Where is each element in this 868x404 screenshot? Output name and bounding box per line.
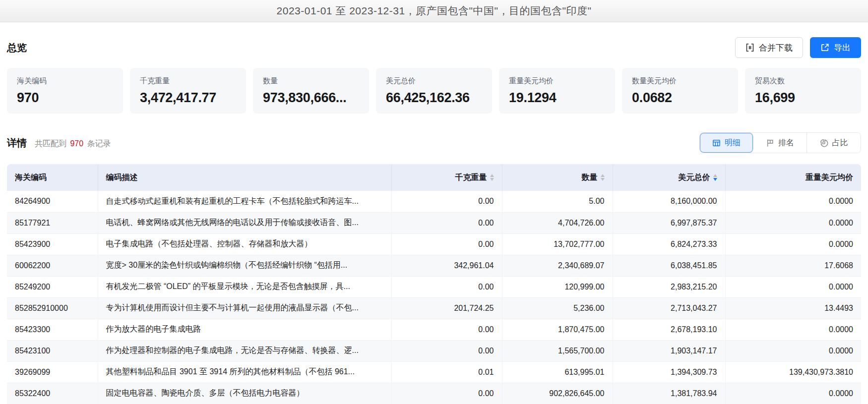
card-label: 海关编码	[17, 76, 113, 86]
sort-toggle-icon[interactable]	[601, 174, 605, 181]
cell-weight: 0.00	[391, 212, 502, 233]
table-row: 85423900电子集成电路（不包括处理器、控制器、存储器和放大器）0.0013…	[7, 233, 861, 255]
overview-card: 数量 973,830,666...	[253, 68, 369, 114]
cell-code: 852852910000	[7, 297, 98, 319]
cell-desc: 专为计算机使用而设计但主要不与计算机一起使用的液晶显示器（不包...	[98, 297, 391, 319]
cell-total: 6,824,273.33	[613, 233, 725, 255]
tab-排名[interactable]: 排名	[753, 133, 807, 153]
export-icon	[820, 43, 829, 52]
cell-code: 39269099	[7, 361, 98, 383]
cell-weight: 0.00	[391, 191, 502, 212]
sort-toggle-icon[interactable]	[713, 174, 717, 181]
cell-total: 1,394,309.73	[613, 361, 725, 383]
match-count: 970	[68, 139, 85, 148]
filter-summary-text: 2023-01-01 至 2023-12-31，原产国包含"中国"，目的国包含"…	[277, 4, 592, 18]
column-header-千克重量[interactable]: 千克重量	[391, 164, 502, 191]
view-tabs: 明细排名占比	[699, 132, 861, 153]
cell-unit_price: 0.0000	[725, 233, 861, 255]
cell-weight: 0.00	[391, 383, 502, 404]
cell-desc: 有机发光二极管 “OLED” 的平板显示模块，无论是否包含触摸屏，具...	[98, 276, 391, 297]
card-value: 19.1294	[509, 90, 605, 106]
cell-code: 85249200	[7, 276, 98, 297]
cell-code: 85423100	[7, 340, 98, 361]
overview-card: 数量美元均价 0.0682	[622, 68, 738, 114]
cell-code: 85423300	[7, 319, 98, 340]
overview-card: 贸易次数 16,699	[745, 68, 861, 114]
cell-unit_price: 0.0000	[725, 276, 861, 297]
card-value: 16,699	[755, 90, 851, 106]
cell-qty: 5,236.00	[502, 297, 613, 319]
filter-summary-bar: 2023-01-01 至 2023-12-31，原产国包含"中国"，目的国包含"…	[0, 0, 868, 22]
overview-card: 重量美元均价 19.1294	[499, 68, 615, 114]
cell-code: 85177921	[7, 212, 98, 233]
tab-占比[interactable]: 占比	[807, 133, 861, 153]
table-row: 85249200有机发光二极管 “OLED” 的平板显示模块，无论是否包含触摸屏…	[7, 276, 861, 297]
cell-code: 84264900	[7, 191, 98, 212]
cell-weight: 0.00	[391, 276, 502, 297]
overview-card: 海关编码 970	[7, 68, 123, 114]
export-button[interactable]: 导出	[810, 37, 861, 58]
table-row: 85423300作为放大器的电子集成电路0.001,870,475.002,67…	[7, 319, 861, 340]
cell-code: 85322400	[7, 383, 98, 404]
cell-qty: 13,702,777.00	[502, 233, 613, 255]
merge-download-button[interactable]: 合并下载	[735, 37, 803, 58]
match-suffix: 条记录	[87, 139, 111, 148]
card-label: 数量	[263, 76, 359, 86]
column-label: 重量美元均价	[806, 173, 853, 183]
cell-code: 60062200	[7, 255, 98, 276]
card-label: 重量美元均价	[509, 76, 605, 86]
cell-weight: 342,961.04	[391, 255, 502, 276]
cell-desc: 自走式移动式起重机和装有起重机的工程卡车（不包括轮胎式和跨运车...	[98, 191, 391, 212]
cell-unit_price: 0.0000	[725, 319, 861, 340]
tab-label: 排名	[778, 138, 794, 148]
tab-label: 占比	[832, 138, 848, 148]
table-header-row: 海关编码编码描述千克重量数量美元总价重量美元均价	[7, 164, 861, 191]
column-label: 千克重量	[455, 173, 487, 183]
cell-weight: 0.01	[391, 361, 502, 383]
cell-unit_price: 17.6068	[725, 255, 861, 276]
cell-total: 2,713,043.27	[613, 297, 725, 319]
cell-desc: 作为处理器和控制器的电子集成电路，无论是否与存储器、转换器、逻...	[98, 340, 391, 361]
cell-weight: 201,724.25	[391, 297, 502, 319]
column-label: 美元总价	[679, 173, 710, 183]
cell-total: 6,997,875.37	[613, 212, 725, 233]
cell-unit_price: 0.0000	[725, 212, 861, 233]
cell-unit_price: 13.4493	[725, 297, 861, 319]
cell-unit_price: 0.0000	[725, 191, 861, 212]
cell-total: 6,038,451.85	[613, 255, 725, 276]
cell-desc: 固定电电容器、陶瓷电介质、多层（不包括电力电容器）	[98, 383, 391, 404]
cell-desc: 电话机、蜂窝网络或其他无线网络的电话以及用于传输或接收语音、图...	[98, 212, 391, 233]
sort-toggle-icon[interactable]	[490, 174, 494, 181]
match-prefix: 共匹配到	[35, 139, 66, 148]
cell-desc: 宽度> 30厘米的染色针织或钩编棉织物（不包括经编针织物 “包括用...	[98, 255, 391, 276]
table-row: 852852910000专为计算机使用而设计但主要不与计算机一起使用的液晶显示器…	[7, 297, 861, 319]
column-header-海关编码: 海关编码	[7, 164, 98, 191]
overview-header: 总览 合并下载 导出	[7, 36, 861, 59]
table-row: 85177921电话机、蜂窝网络或其他无线网络的电话以及用于传输或接收语音、图.…	[7, 212, 861, 233]
pie-icon	[820, 139, 828, 147]
tab-明细[interactable]: 明细	[700, 133, 753, 153]
overview-card: 美元总价 66,425,162.36	[376, 68, 492, 114]
cell-desc: 其他塑料制品和品目 3901 至 3914 所列的其他材料制品（不包括 961.…	[98, 361, 391, 383]
column-header-美元总价[interactable]: 美元总价	[613, 164, 725, 191]
column-header-数量[interactable]: 数量	[502, 164, 613, 191]
tab-label: 明细	[725, 138, 741, 148]
cell-weight: 0.00	[391, 233, 502, 255]
table-row: 85423100作为处理器和控制器的电子集成电路，无论是否与存储器、转换器、逻.…	[7, 340, 861, 361]
cell-total: 8,160,000.00	[613, 191, 725, 212]
merge-download-label: 合并下载	[759, 42, 793, 54]
cell-unit_price: 139,430,973.3810	[725, 361, 861, 383]
cell-qty: 5.00	[502, 191, 613, 212]
cell-desc: 电子集成电路（不包括处理器、控制器、存储器和放大器）	[98, 233, 391, 255]
detail-header: 详情 共匹配到 970 条记录 明细排名占比	[7, 132, 861, 153]
card-label: 美元总价	[386, 76, 482, 86]
cell-code: 85423900	[7, 233, 98, 255]
cell-qty: 613,995.01	[502, 361, 613, 383]
table-row: 39269099其他塑料制品和品目 3901 至 3914 所列的其他材料制品（…	[7, 361, 861, 383]
cell-weight: 0.00	[391, 340, 502, 361]
card-value: 66,425,162.36	[386, 90, 482, 106]
cell-total: 1,381,783.94	[613, 383, 725, 404]
ranking-icon	[766, 139, 774, 147]
card-value: 0.0682	[632, 90, 728, 106]
table-row: 60062200宽度> 30厘米的染色针织或钩编棉织物（不包括经编针织物 “包括…	[7, 255, 861, 276]
